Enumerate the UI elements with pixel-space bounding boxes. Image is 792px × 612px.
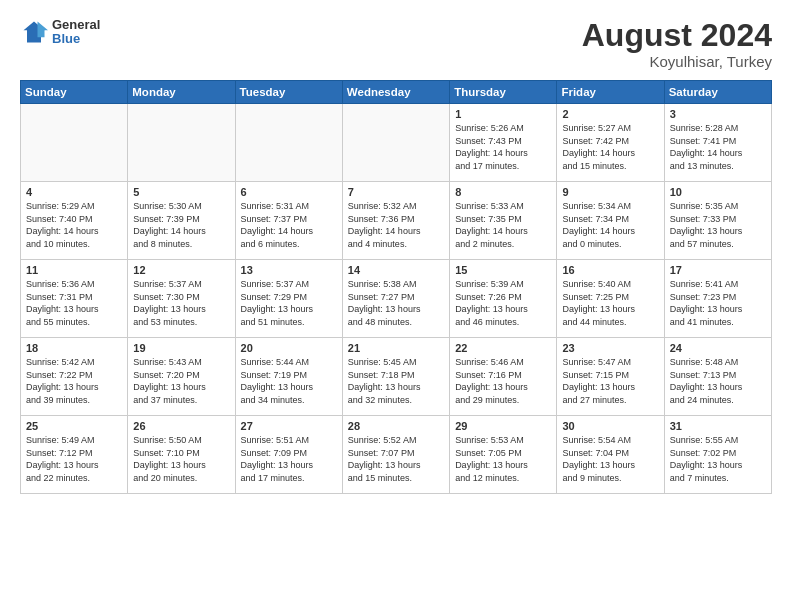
day-number: 25 <box>26 420 122 432</box>
calendar-cell: 10Sunrise: 5:35 AMSunset: 7:33 PMDayligh… <box>664 182 771 260</box>
day-number: 8 <box>455 186 551 198</box>
weekday-header-saturday: Saturday <box>664 81 771 104</box>
calendar-cell: 23Sunrise: 5:47 AMSunset: 7:15 PMDayligh… <box>557 338 664 416</box>
day-number: 2 <box>562 108 658 120</box>
calendar-cell: 8Sunrise: 5:33 AMSunset: 7:35 PMDaylight… <box>450 182 557 260</box>
calendar-cell: 22Sunrise: 5:46 AMSunset: 7:16 PMDayligh… <box>450 338 557 416</box>
day-number: 19 <box>133 342 229 354</box>
day-number: 30 <box>562 420 658 432</box>
cell-info: Sunrise: 5:54 AMSunset: 7:04 PMDaylight:… <box>562 434 658 484</box>
day-number: 10 <box>670 186 766 198</box>
cell-info: Sunrise: 5:49 AMSunset: 7:12 PMDaylight:… <box>26 434 122 484</box>
cell-info: Sunrise: 5:37 AMSunset: 7:29 PMDaylight:… <box>241 278 337 328</box>
calendar-cell: 31Sunrise: 5:55 AMSunset: 7:02 PMDayligh… <box>664 416 771 494</box>
calendar-cell: 19Sunrise: 5:43 AMSunset: 7:20 PMDayligh… <box>128 338 235 416</box>
cell-info: Sunrise: 5:42 AMSunset: 7:22 PMDaylight:… <box>26 356 122 406</box>
day-number: 18 <box>26 342 122 354</box>
calendar-cell: 17Sunrise: 5:41 AMSunset: 7:23 PMDayligh… <box>664 260 771 338</box>
cell-info: Sunrise: 5:26 AMSunset: 7:43 PMDaylight:… <box>455 122 551 172</box>
weekday-header-wednesday: Wednesday <box>342 81 449 104</box>
day-number: 27 <box>241 420 337 432</box>
logo-icon <box>20 18 48 46</box>
cell-info: Sunrise: 5:27 AMSunset: 7:42 PMDaylight:… <box>562 122 658 172</box>
day-number: 7 <box>348 186 444 198</box>
calendar-cell: 14Sunrise: 5:38 AMSunset: 7:27 PMDayligh… <box>342 260 449 338</box>
day-number: 21 <box>348 342 444 354</box>
cell-info: Sunrise: 5:53 AMSunset: 7:05 PMDaylight:… <box>455 434 551 484</box>
day-number: 9 <box>562 186 658 198</box>
calendar-cell: 3Sunrise: 5:28 AMSunset: 7:41 PMDaylight… <box>664 104 771 182</box>
day-number: 29 <box>455 420 551 432</box>
cell-info: Sunrise: 5:33 AMSunset: 7:35 PMDaylight:… <box>455 200 551 250</box>
calendar-cell: 7Sunrise: 5:32 AMSunset: 7:36 PMDaylight… <box>342 182 449 260</box>
page: General Blue August 2024 Koyulhisar, Tur… <box>0 0 792 612</box>
calendar-cell: 20Sunrise: 5:44 AMSunset: 7:19 PMDayligh… <box>235 338 342 416</box>
cell-info: Sunrise: 5:51 AMSunset: 7:09 PMDaylight:… <box>241 434 337 484</box>
cell-info: Sunrise: 5:39 AMSunset: 7:26 PMDaylight:… <box>455 278 551 328</box>
cell-info: Sunrise: 5:37 AMSunset: 7:30 PMDaylight:… <box>133 278 229 328</box>
cell-info: Sunrise: 5:45 AMSunset: 7:18 PMDaylight:… <box>348 356 444 406</box>
calendar-week-1: 1Sunrise: 5:26 AMSunset: 7:43 PMDaylight… <box>21 104 772 182</box>
cell-info: Sunrise: 5:35 AMSunset: 7:33 PMDaylight:… <box>670 200 766 250</box>
day-number: 22 <box>455 342 551 354</box>
weekday-header-monday: Monday <box>128 81 235 104</box>
day-number: 15 <box>455 264 551 276</box>
calendar-cell <box>342 104 449 182</box>
cell-info: Sunrise: 5:30 AMSunset: 7:39 PMDaylight:… <box>133 200 229 250</box>
cell-info: Sunrise: 5:36 AMSunset: 7:31 PMDaylight:… <box>26 278 122 328</box>
calendar-cell: 1Sunrise: 5:26 AMSunset: 7:43 PMDaylight… <box>450 104 557 182</box>
cell-info: Sunrise: 5:52 AMSunset: 7:07 PMDaylight:… <box>348 434 444 484</box>
logo-general-label: General <box>52 18 100 32</box>
weekday-header-sunday: Sunday <box>21 81 128 104</box>
title-block: August 2024 Koyulhisar, Turkey <box>582 18 772 70</box>
day-number: 5 <box>133 186 229 198</box>
day-number: 17 <box>670 264 766 276</box>
weekday-header-thursday: Thursday <box>450 81 557 104</box>
calendar-cell: 13Sunrise: 5:37 AMSunset: 7:29 PMDayligh… <box>235 260 342 338</box>
cell-info: Sunrise: 5:43 AMSunset: 7:20 PMDaylight:… <box>133 356 229 406</box>
header: General Blue August 2024 Koyulhisar, Tur… <box>20 18 772 70</box>
day-number: 1 <box>455 108 551 120</box>
day-number: 14 <box>348 264 444 276</box>
cell-info: Sunrise: 5:48 AMSunset: 7:13 PMDaylight:… <box>670 356 766 406</box>
day-number: 31 <box>670 420 766 432</box>
calendar-cell: 15Sunrise: 5:39 AMSunset: 7:26 PMDayligh… <box>450 260 557 338</box>
logo-blue-label: Blue <box>52 32 100 46</box>
day-number: 6 <box>241 186 337 198</box>
calendar-week-4: 18Sunrise: 5:42 AMSunset: 7:22 PMDayligh… <box>21 338 772 416</box>
calendar-cell: 6Sunrise: 5:31 AMSunset: 7:37 PMDaylight… <box>235 182 342 260</box>
calendar-cell <box>128 104 235 182</box>
calendar-cell: 24Sunrise: 5:48 AMSunset: 7:13 PMDayligh… <box>664 338 771 416</box>
day-number: 4 <box>26 186 122 198</box>
calendar-cell: 28Sunrise: 5:52 AMSunset: 7:07 PMDayligh… <box>342 416 449 494</box>
calendar-cell: 27Sunrise: 5:51 AMSunset: 7:09 PMDayligh… <box>235 416 342 494</box>
day-number: 28 <box>348 420 444 432</box>
cell-info: Sunrise: 5:40 AMSunset: 7:25 PMDaylight:… <box>562 278 658 328</box>
day-number: 12 <box>133 264 229 276</box>
calendar-cell: 25Sunrise: 5:49 AMSunset: 7:12 PMDayligh… <box>21 416 128 494</box>
day-number: 20 <box>241 342 337 354</box>
calendar-cell: 4Sunrise: 5:29 AMSunset: 7:40 PMDaylight… <box>21 182 128 260</box>
calendar-cell: 18Sunrise: 5:42 AMSunset: 7:22 PMDayligh… <box>21 338 128 416</box>
calendar-cell: 11Sunrise: 5:36 AMSunset: 7:31 PMDayligh… <box>21 260 128 338</box>
cell-info: Sunrise: 5:41 AMSunset: 7:23 PMDaylight:… <box>670 278 766 328</box>
cell-info: Sunrise: 5:38 AMSunset: 7:27 PMDaylight:… <box>348 278 444 328</box>
cell-info: Sunrise: 5:31 AMSunset: 7:37 PMDaylight:… <box>241 200 337 250</box>
logo: General Blue <box>20 18 100 47</box>
day-number: 26 <box>133 420 229 432</box>
cell-info: Sunrise: 5:55 AMSunset: 7:02 PMDaylight:… <box>670 434 766 484</box>
svg-marker-1 <box>38 22 49 38</box>
cell-info: Sunrise: 5:46 AMSunset: 7:16 PMDaylight:… <box>455 356 551 406</box>
day-number: 24 <box>670 342 766 354</box>
weekday-header-friday: Friday <box>557 81 664 104</box>
calendar-cell: 9Sunrise: 5:34 AMSunset: 7:34 PMDaylight… <box>557 182 664 260</box>
calendar-week-2: 4Sunrise: 5:29 AMSunset: 7:40 PMDaylight… <box>21 182 772 260</box>
calendar-cell: 16Sunrise: 5:40 AMSunset: 7:25 PMDayligh… <box>557 260 664 338</box>
cell-info: Sunrise: 5:47 AMSunset: 7:15 PMDaylight:… <box>562 356 658 406</box>
calendar-table: SundayMondayTuesdayWednesdayThursdayFrid… <box>20 80 772 494</box>
cell-info: Sunrise: 5:44 AMSunset: 7:19 PMDaylight:… <box>241 356 337 406</box>
calendar-cell: 12Sunrise: 5:37 AMSunset: 7:30 PMDayligh… <box>128 260 235 338</box>
calendar-cell: 2Sunrise: 5:27 AMSunset: 7:42 PMDaylight… <box>557 104 664 182</box>
calendar-cell: 29Sunrise: 5:53 AMSunset: 7:05 PMDayligh… <box>450 416 557 494</box>
day-number: 13 <box>241 264 337 276</box>
